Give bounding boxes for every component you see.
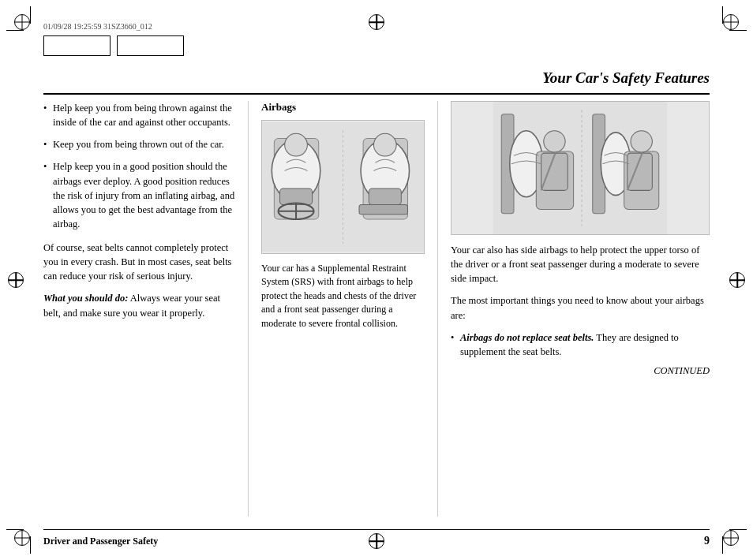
header-area: 01/09/28 19:25:59 31SZ3660_012 <box>43 22 710 61</box>
what-to-do-label: What you should do: <box>43 293 128 304</box>
registration-mark-tl <box>14 14 30 30</box>
registration-left-center <box>8 272 24 288</box>
bullet-item-2: Keep you from being thrown out of the ca… <box>43 137 235 151</box>
registration-mark-bl <box>14 530 30 546</box>
color-box-2 <box>117 35 184 56</box>
svg-rect-12 <box>359 205 408 215</box>
continued-label: CONTINUED <box>451 365 710 377</box>
right-column: Your car also has side airbags to help p… <box>438 101 710 517</box>
airbags-heading: Airbags <box>261 101 425 114</box>
svg-rect-19 <box>541 153 568 190</box>
left-column: Help keep you from being thrown against … <box>43 101 249 517</box>
color-boxes <box>43 35 710 56</box>
registration-right-center <box>729 272 745 288</box>
page-title: Your Car's Safety Features <box>542 69 710 86</box>
crop-mark-tr-h <box>729 30 747 31</box>
registration-mark-br <box>723 530 739 546</box>
right-intro-text: Your car also has side airbags to help p… <box>451 243 710 286</box>
registration-mark-tr <box>723 14 739 30</box>
airbag-image-side <box>451 101 710 235</box>
page-title-bar: Your Car's Safety Features <box>542 69 710 87</box>
footer-area: Driver and Passenger Safety 9 <box>43 529 710 547</box>
footer-section-title: Driver and Passenger Safety <box>43 536 158 547</box>
main-content: Help keep you from being thrown against … <box>43 101 710 517</box>
bullet-list-left: Help keep you from being thrown against … <box>43 101 235 231</box>
airbag-bullet-bold: Airbags do not replace seat belts. <box>460 332 594 343</box>
svg-rect-4 <box>280 189 313 204</box>
bullet-item-1: Help keep you from being thrown against … <box>43 101 235 129</box>
svg-point-10 <box>373 133 396 156</box>
bullet-list-right: Airbags do not replace seat belts. They … <box>451 330 710 359</box>
svg-point-24 <box>631 131 652 152</box>
airbag-image-front <box>261 120 425 254</box>
crop-mark-tl-h <box>6 30 24 31</box>
body-text-seatbelts: Of course, seat belts cannot completely … <box>43 241 235 283</box>
crop-mark-tl-v <box>30 6 31 24</box>
svg-point-3 <box>285 133 308 156</box>
color-box-1 <box>43 35 111 56</box>
airbags-description: Your car has a Supplemental Restraint Sy… <box>261 262 425 330</box>
svg-point-18 <box>544 131 565 152</box>
mid-column: Airbags <box>249 101 438 517</box>
page-wrapper: 01/09/28 19:25:59 31SZ3660_012 Your Car'… <box>0 0 753 560</box>
file-info: 01/09/28 19:25:59 31SZ3660_012 <box>43 22 710 31</box>
footer-page-number: 9 <box>704 535 710 547</box>
svg-rect-11 <box>369 189 401 204</box>
crop-mark-bl-v <box>30 536 31 554</box>
bullet-item-3: Help keep you in a good position should … <box>43 159 235 231</box>
right-important-label: The most important things you need to kn… <box>451 293 710 322</box>
bullet-item-airbags: Airbags do not replace seat belts. They … <box>451 330 710 359</box>
title-rule <box>43 93 710 95</box>
what-to-do: What you should do: Always wear your sea… <box>43 291 235 319</box>
